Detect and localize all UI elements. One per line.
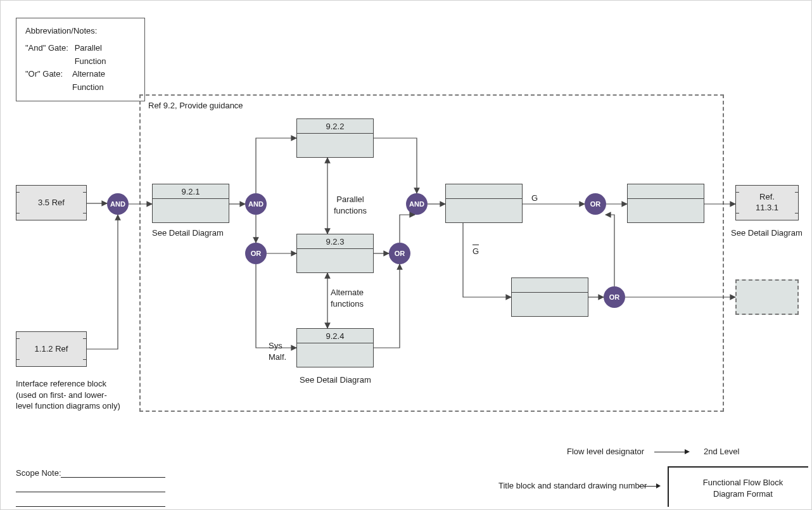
- guidance-container-label: Ref 9.2, Provide guidance: [148, 101, 243, 110]
- ref-block-11-3-1: Ref. 11.3.1: [735, 185, 799, 220]
- title-block-arrow-line: [639, 486, 658, 487]
- ref-3-5-label: 3.5 Ref: [38, 198, 65, 208]
- scope-line-3: [16, 506, 165, 507]
- flow-level-designator-label: Flow level designator: [567, 446, 644, 457]
- parallel-functions-label: Parallel functions: [334, 194, 367, 216]
- gate-and-1: AND: [107, 193, 129, 215]
- gate-and-2: AND: [245, 193, 267, 215]
- title-block-arrow-head: [656, 483, 661, 488]
- block-9-2-4: 9.2.4: [296, 328, 374, 367]
- diagram-canvas: Abbreviation/Notes: "And" Gate: Parallel…: [0, 0, 812, 510]
- block-9-2-2: 9.2.2: [296, 118, 374, 158]
- block-mid-1: [445, 184, 523, 223]
- see-detail-3: See Detail Diagram: [731, 227, 802, 239]
- gbar-label: G: [473, 246, 479, 257]
- flow-level-arrow-line: [654, 452, 685, 452]
- alternate-functions-label: Alternate functions: [331, 287, 364, 309]
- gate-or-4: OR: [604, 286, 625, 308]
- g-label: G: [531, 193, 538, 204]
- block-right-2: [627, 184, 704, 223]
- notes-and-key: "And" Gate:: [25, 42, 75, 68]
- gate-or-2: OR: [389, 243, 410, 264]
- block-9-2-2-label: 9.2.2: [326, 122, 345, 131]
- flow-level-arrow-head: [685, 449, 690, 454]
- ffbd-format-label: Functional Flow Block Diagram Format: [692, 477, 794, 499]
- scope-note-label: Scope Note:: [16, 468, 61, 479]
- block-mid-2: [511, 277, 588, 317]
- block-9-2-1-label: 9.2.1: [182, 187, 200, 196]
- see-detail-2: See Detail Diagram: [300, 374, 371, 386]
- gate-or-3: OR: [585, 193, 606, 215]
- ref-11-3-1-label: Ref. 11.3.1: [756, 192, 778, 214]
- block-9-2-1: 9.2.1: [152, 184, 229, 223]
- guidance-container: [139, 94, 724, 412]
- second-level-label: 2nd Level: [704, 446, 739, 457]
- interface-ref-caption: Interface reference block (used on first…: [16, 378, 120, 412]
- block-9-2-4-label: 9.2.4: [326, 331, 345, 341]
- ref-block-1-1-2: 1.1.2 Ref: [16, 331, 87, 367]
- block-9-2-3-label: 9.2.3: [326, 237, 345, 246]
- notes-or-key: "Or" Gate:: [25, 68, 72, 94]
- notes-title: Abbreviation/Notes:: [25, 25, 136, 38]
- scope-line-2: [16, 492, 165, 492]
- sys-malf-label: Sys Malf.: [269, 340, 286, 362]
- gate-or-1: OR: [245, 243, 267, 264]
- see-detail-1: See Detail Diagram: [152, 227, 224, 239]
- notes-and-val: Parallel Function: [75, 42, 136, 68]
- gate-and-3: AND: [406, 193, 428, 215]
- scope-line-1: [61, 477, 165, 478]
- notes-box: Abbreviation/Notes: "And" Gate: Parallel…: [16, 18, 145, 101]
- ref-1-1-2-label: 1.1.2 Ref: [35, 344, 68, 355]
- dashed-target-block: [735, 279, 799, 315]
- ref-block-3-5: 3.5 Ref: [16, 185, 87, 220]
- title-block-drawing-label: Title block and standard drawing number: [498, 480, 647, 492]
- g-bar-overline: [473, 245, 479, 245]
- block-9-2-3: 9.2.3: [296, 234, 374, 273]
- notes-or-val: Alternate Function: [72, 68, 136, 94]
